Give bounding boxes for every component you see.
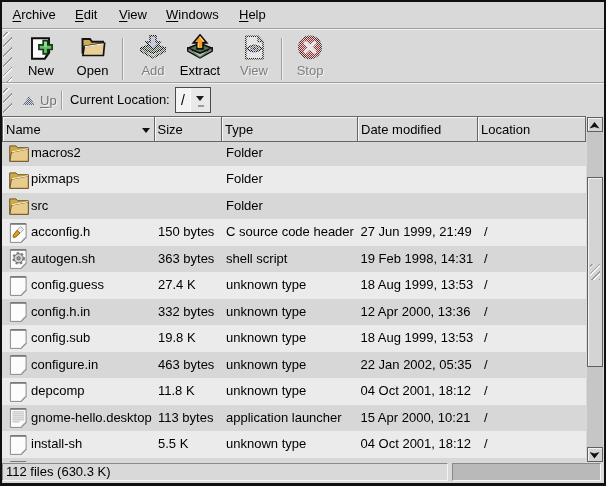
cell-date: 18 Aug 1999, 13:53 bbox=[361, 325, 474, 352]
cell-date: 19 Feb 1998, 14:31 bbox=[361, 246, 474, 273]
cell-name: config.h.in bbox=[31, 299, 90, 326]
cell-name: autogen.sh bbox=[31, 246, 95, 273]
up-button[interactable]: Up bbox=[23, 89, 63, 111]
menu-mnemonic: W bbox=[166, 7, 178, 22]
column-header-name[interactable]: Name bbox=[2, 116, 155, 142]
column-header-label: Date modified bbox=[361, 122, 441, 137]
cell-date: 15 Apr 2000, 10:21 bbox=[361, 405, 471, 432]
scroll-up-icon bbox=[590, 122, 600, 129]
open-button[interactable]: Open bbox=[66, 32, 120, 82]
toolbar-button-label: Stop bbox=[297, 64, 324, 77]
location-value: / bbox=[176, 88, 191, 112]
table-row-acconfig.h[interactable]: acconfig.h150 bytesC source code header2… bbox=[2, 219, 586, 246]
cell-type: Folder bbox=[226, 193, 263, 220]
cell-type: application launcher bbox=[226, 405, 342, 432]
table-row-src[interactable]: srcFolder bbox=[2, 193, 586, 220]
table-row-configure.in[interactable]: configure.in463 bytesunknown type22 Jan … bbox=[2, 352, 586, 379]
cell-location: / bbox=[484, 431, 488, 458]
column-header-type[interactable]: Type bbox=[222, 116, 358, 142]
table-row-autogen.sh[interactable]: autogen.sh363 bytesshell script19 Feb 19… bbox=[2, 246, 586, 273]
file-icon bbox=[9, 276, 29, 296]
cell-name: configure.in bbox=[31, 352, 98, 379]
cell-name: config.guess bbox=[31, 272, 104, 299]
file-list: macros2Folder pixmapsFolder srcFolder ac… bbox=[2, 142, 586, 462]
up-label-rest: p bbox=[49, 93, 56, 108]
extract-button[interactable]: Extract bbox=[173, 32, 227, 82]
scroll-down-button[interactable] bbox=[587, 447, 603, 462]
cell-type: Folder bbox=[226, 166, 263, 193]
status-bar: 112 files (630.3 K) bbox=[2, 463, 604, 483]
table-row-depcomp[interactable]: depcomp11.8 Kunknown type04 Oct 2001, 18… bbox=[2, 378, 586, 405]
table-row-install-sh[interactable]: install-sh5.5 Kunknown type04 Oct 2001, … bbox=[2, 431, 586, 458]
menu-mnemonic: H bbox=[239, 7, 248, 22]
cell-type: unknown type bbox=[226, 299, 306, 326]
cell-date: 04 Oct 2001, 18:12 bbox=[361, 378, 472, 405]
cell-type: shell script bbox=[226, 246, 287, 273]
location-dropdown[interactable]: / bbox=[175, 87, 211, 113]
cell-type: unknown type bbox=[226, 272, 306, 299]
cell-type: C source code header bbox=[226, 219, 354, 246]
scroll-up-button[interactable] bbox=[587, 117, 603, 132]
open-archive-icon bbox=[80, 34, 106, 60]
cell-size: 5.5 K bbox=[158, 431, 188, 458]
vertical-scrollbar[interactable] bbox=[587, 117, 603, 462]
view-file-icon bbox=[241, 34, 267, 60]
toolbar-separator-1 bbox=[122, 38, 124, 80]
toolbar-button-label: View bbox=[240, 64, 268, 77]
table-row-partial[interactable] bbox=[2, 458, 586, 463]
menu-mnemonic: E bbox=[75, 7, 84, 22]
cell-name: gnome-hello.desktop bbox=[31, 405, 152, 432]
cell-size: 332 bytes bbox=[158, 299, 214, 326]
table-row-config.guess[interactable]: config.guess27.4 Kunknown type18 Aug 199… bbox=[2, 272, 586, 299]
file-icon bbox=[9, 461, 29, 462]
table-row-pixmaps[interactable]: pixmapsFolder bbox=[2, 166, 586, 193]
table-row-gnome-hello.desktop[interactable]: gnome-hello.desktop113 bytesapplication … bbox=[2, 405, 586, 432]
new-button[interactable]: New bbox=[14, 32, 68, 82]
cell-name: macros2 bbox=[31, 142, 81, 166]
table-row-config.h.in[interactable]: config.h.in332 bytesunknown type12 Apr 2… bbox=[2, 299, 586, 326]
folder-icon bbox=[9, 143, 29, 163]
extract-icon bbox=[187, 34, 213, 60]
add-button: Add bbox=[126, 32, 180, 82]
cell-size: 363 bytes bbox=[158, 246, 214, 273]
file-icon bbox=[9, 435, 29, 455]
column-header-date-modified[interactable]: Date modified bbox=[358, 116, 478, 142]
toolbar-button-label: New bbox=[28, 64, 54, 77]
column-header-size[interactable]: Size bbox=[155, 116, 223, 142]
menu-archive[interactable]: Archive bbox=[13, 2, 56, 28]
menu-label: rchive bbox=[21, 7, 56, 22]
up-button-label: Up bbox=[40, 93, 57, 108]
column-header-label: Name bbox=[6, 122, 41, 137]
menu-windows[interactable]: Windows bbox=[166, 2, 219, 28]
table-row-macros2[interactable]: macros2Folder bbox=[2, 142, 586, 166]
toolbar-drag-handle[interactable] bbox=[3, 32, 12, 83]
cell-size: 150 bytes bbox=[158, 219, 214, 246]
scrollbar-grip bbox=[590, 264, 600, 280]
current-location-label: Current Location: bbox=[70, 84, 170, 115]
menu-help[interactable]: Help bbox=[239, 2, 266, 28]
scrollbar-thumb[interactable] bbox=[587, 177, 603, 367]
menu-label: dit bbox=[84, 7, 98, 22]
column-header-location[interactable]: Location bbox=[478, 116, 586, 142]
cell-location: / bbox=[484, 405, 488, 432]
folder-icon bbox=[9, 170, 29, 190]
toolbar: New Open Add Extract View Stop bbox=[2, 29, 604, 85]
location-bar-drag-handle[interactable] bbox=[3, 88, 12, 113]
menu-view[interactable]: View bbox=[119, 2, 147, 28]
cell-location: / bbox=[484, 352, 488, 379]
dropdown-bar bbox=[198, 105, 204, 107]
cell-type: unknown type bbox=[226, 352, 306, 379]
cell-size: 19.8 K bbox=[158, 325, 196, 352]
menu-label: elp bbox=[248, 7, 265, 22]
file-text-icon bbox=[9, 408, 29, 428]
column-header-label: Location bbox=[481, 122, 530, 137]
menu-edit[interactable]: Edit bbox=[75, 2, 97, 28]
folder-icon bbox=[9, 196, 29, 216]
table-row-config.sub[interactable]: config.sub19.8 Kunknown type18 Aug 1999,… bbox=[2, 325, 586, 352]
cell-location: / bbox=[484, 378, 488, 405]
file-pen-icon bbox=[9, 223, 29, 243]
cell-date: 04 Oct 2001, 18:12 bbox=[361, 431, 472, 458]
cell-date: 12 Apr 2000, 13:36 bbox=[361, 299, 471, 326]
cell-size: 113 bytes bbox=[158, 405, 213, 432]
cell-location: / bbox=[484, 325, 488, 352]
